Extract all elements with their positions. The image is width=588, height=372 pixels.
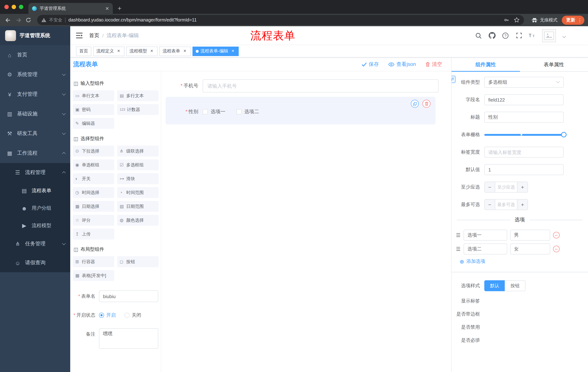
tag-process-definition[interactable]: 流程定义 ×	[93, 46, 125, 56]
component-multi-line-text[interactable]: ▤多行文本	[117, 90, 159, 101]
save-button[interactable]: 保存	[362, 61, 379, 67]
component-upload[interactable]: ↥上传	[73, 229, 114, 240]
component-table[interactable]: ▩表格[开发中]	[73, 270, 114, 281]
component-checkbox-group[interactable]: ☑多选框组	[117, 159, 159, 170]
option-2-label-input[interactable]	[463, 244, 507, 255]
tag-close-icon[interactable]: ×	[149, 49, 154, 54]
tag-process-form-edit[interactable]: 流程表单-编辑 ×	[192, 46, 239, 56]
drag-handle-icon[interactable]: ☰	[456, 232, 461, 238]
breadcrumb-home[interactable]: 首页	[89, 32, 99, 39]
component-password[interactable]: ▣密码	[73, 104, 114, 115]
slider-handle[interactable]	[561, 132, 567, 138]
tag-process-form[interactable]: 流程表单 ×	[159, 46, 191, 56]
sidebar-item-infrastructure[interactable]: ▥ 基础设施	[0, 104, 70, 124]
phone-field-row[interactable]: *手机号	[166, 79, 439, 93]
sidebar-item-user-group[interactable]: ☻ 用户分组	[0, 200, 70, 217]
tag-process-model[interactable]: 流程模型 ×	[126, 46, 158, 56]
option-1-label-input[interactable]	[463, 230, 507, 241]
font-size-icon[interactable]: TT	[529, 32, 536, 39]
sidebar-item-task-management[interactable]: ⋔ 任务管理	[0, 234, 70, 253]
component-switch[interactable]: ◐开关	[73, 173, 114, 184]
close-window-button[interactable]	[4, 5, 9, 9]
status-radio-on[interactable]: 开启	[99, 312, 116, 319]
reload-button[interactable]	[24, 16, 33, 24]
tag-close-icon[interactable]: ×	[182, 49, 187, 54]
search-icon[interactable]	[475, 32, 482, 39]
help-icon[interactable]: ?	[502, 32, 509, 39]
tab-form-props[interactable]: 表单属性	[520, 57, 588, 71]
decrease-button[interactable]: −	[485, 200, 495, 210]
component-date-range[interactable]: ▧日期范围	[117, 201, 159, 212]
form-canvas[interactable]: *手机号	[161, 71, 451, 372]
increase-button[interactable]: +	[517, 182, 528, 192]
option-2-value-input[interactable]	[510, 244, 550, 255]
phone-input[interactable]	[203, 79, 439, 93]
delete-component-button[interactable]	[422, 100, 430, 108]
component-color-picker[interactable]: ◍颜色选择	[117, 215, 159, 226]
sidebar-item-system[interactable]: ⚙ 系统管理	[0, 65, 70, 85]
browser-menu-icon[interactable]: ⋮	[578, 17, 582, 23]
remove-option-button[interactable]: −	[553, 232, 559, 238]
component-date-picker[interactable]: ▦日期选择	[73, 201, 114, 212]
sidebar-item-payment[interactable]: ¥ 支付管理	[0, 85, 70, 104]
option-1-value-input[interactable]	[510, 230, 550, 241]
component-select[interactable]: ⊙下拉选择	[73, 146, 114, 157]
selected-component-gender[interactable]: *性别 选项一 选项二	[166, 97, 436, 125]
title-input[interactable]	[484, 112, 564, 123]
remove-option-button[interactable]: −	[553, 246, 559, 252]
sidebar-item-home[interactable]: ⌂ 首页	[0, 45, 70, 65]
component-cascader[interactable]: ⋔级联选择	[117, 146, 159, 157]
github-icon[interactable]	[488, 32, 496, 39]
increase-button[interactable]: +	[517, 200, 528, 210]
fullscreen-icon[interactable]	[515, 32, 523, 39]
sidebar-item-process-management[interactable]: ☰ 流程管理	[0, 163, 70, 182]
field-name-input[interactable]	[484, 94, 564, 105]
sidebar-item-process-form[interactable]: ▤ 流程表单	[0, 182, 70, 200]
form-remark-textarea[interactable]: 嘿嘿	[99, 328, 158, 349]
password-key-icon[interactable]	[504, 17, 509, 23]
grid-slider[interactable]	[484, 129, 564, 140]
drag-handle-icon[interactable]: ☰	[456, 246, 461, 252]
add-option-button[interactable]: ⊕ 添加选项	[460, 258, 588, 265]
component-rating[interactable]: ☆评分	[73, 215, 114, 226]
clear-button[interactable]: 清空	[425, 61, 442, 67]
update-button[interactable]: 更新 ⋮	[562, 15, 584, 25]
component-time-picker[interactable]: ◷时间选择	[73, 187, 114, 198]
view-json-button[interactable]: 查看json	[388, 61, 416, 67]
component-single-line-text[interactable]: ▭单行文本	[73, 90, 114, 101]
component-row-container[interactable]: ⊞行容器	[73, 256, 114, 267]
zoom-window-button[interactable]	[19, 5, 23, 9]
sidebar-toggle-icon[interactable]	[76, 33, 83, 38]
address-bar[interactable]: 不安全 dashboard.yudao.iocoder.cn/bpm/manag…	[37, 15, 524, 25]
form-name-input[interactable]	[99, 290, 158, 302]
decrease-button[interactable]: −	[485, 182, 495, 192]
tag-close-icon[interactable]: ×	[116, 49, 121, 54]
style-button-button[interactable]: 按钮	[505, 280, 525, 291]
max-select-input[interactable]	[495, 200, 517, 210]
forward-button[interactable]	[14, 16, 22, 24]
component-counter[interactable]: 123计数器	[117, 104, 159, 115]
component-type-select[interactable]: 多选框组	[484, 77, 564, 88]
back-button[interactable]	[4, 16, 12, 24]
browser-tab[interactable]: 芋道管理系统 ✕	[28, 3, 113, 14]
style-default-button[interactable]: 默认	[484, 280, 505, 291]
sidebar-item-devtools[interactable]: ⚒ 研发工具	[0, 124, 70, 143]
gender-option-2-checkbox[interactable]: 选项二	[236, 108, 259, 115]
bookmark-star-icon[interactable]	[514, 17, 520, 23]
tab-component-props[interactable]: 组件属性	[452, 57, 520, 71]
gender-field-row[interactable]: *性别 选项一 选项二	[166, 108, 436, 115]
sidebar-item-process-model[interactable]: ▶ 流程模型	[0, 217, 70, 234]
link-handle-icon[interactable]	[451, 76, 456, 83]
default-value-input[interactable]	[484, 164, 564, 175]
label-width-input[interactable]	[484, 147, 564, 158]
new-tab-button[interactable]: ＋	[116, 5, 123, 12]
component-radio-group[interactable]: ◉单选框组	[73, 159, 114, 170]
security-label[interactable]: 不安全	[49, 17, 62, 23]
component-time-range[interactable]: ◔时间范围	[117, 187, 159, 198]
gender-option-1-checkbox[interactable]: 选项一	[203, 108, 225, 115]
tag-home[interactable]: 首页	[76, 46, 91, 56]
tab-close-icon[interactable]: ✕	[105, 6, 110, 11]
component-slider[interactable]: ⊶滑块	[117, 173, 159, 184]
tag-close-icon[interactable]: ×	[230, 49, 235, 54]
copy-component-button[interactable]	[411, 100, 419, 108]
